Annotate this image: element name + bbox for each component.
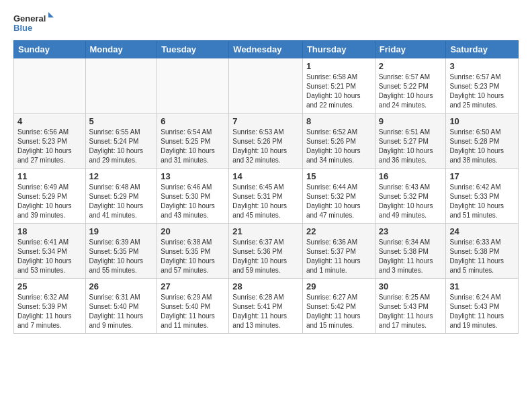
day-number: 30 (379, 281, 443, 291)
calendar-cell: 21Sunrise: 6:37 AM Sunset: 5:36 PM Dayli… (229, 224, 303, 279)
calendar-cell: 5Sunrise: 6:55 AM Sunset: 5:24 PM Daylig… (85, 113, 157, 169)
day-info: Sunrise: 6:58 AM Sunset: 5:21 PM Dayligh… (306, 73, 371, 110)
day-number: 24 (449, 226, 515, 236)
calendar-cell: 23Sunrise: 6:34 AM Sunset: 5:38 PM Dayli… (375, 224, 446, 279)
calendar-cell: 24Sunrise: 6:33 AM Sunset: 5:38 PM Dayli… (446, 224, 519, 279)
day-info: Sunrise: 6:45 AM Sunset: 5:31 PM Dayligh… (232, 183, 299, 220)
day-info: Sunrise: 6:27 AM Sunset: 5:42 PM Dayligh… (306, 293, 371, 330)
day-number: 25 (17, 281, 82, 291)
day-number: 15 (306, 171, 371, 181)
calendar-cell (157, 58, 229, 113)
calendar-cell: 16Sunrise: 6:43 AM Sunset: 5:32 PM Dayli… (375, 169, 446, 224)
weekday-header-sunday: Sunday (14, 41, 86, 58)
calendar-cell: 7Sunrise: 6:53 AM Sunset: 5:26 PM Daylig… (229, 113, 303, 169)
day-info: Sunrise: 6:44 AM Sunset: 5:32 PM Dayligh… (306, 183, 371, 220)
day-info: Sunrise: 6:48 AM Sunset: 5:29 PM Dayligh… (89, 183, 154, 220)
calendar-cell: 28Sunrise: 6:28 AM Sunset: 5:41 PM Dayli… (229, 279, 303, 334)
calendar-cell: 1Sunrise: 6:58 AM Sunset: 5:21 PM Daylig… (302, 58, 375, 113)
weekday-header-thursday: Thursday (302, 41, 375, 58)
week-row-2: 4Sunrise: 6:56 AM Sunset: 5:23 PM Daylig… (14, 113, 519, 169)
day-info: Sunrise: 6:33 AM Sunset: 5:38 PM Dayligh… (449, 238, 515, 275)
day-number: 3 (449, 61, 515, 71)
day-number: 4 (17, 116, 82, 126)
day-number: 9 (379, 116, 443, 126)
calendar-cell: 6Sunrise: 6:54 AM Sunset: 5:25 PM Daylig… (157, 113, 229, 169)
header: General Blue (13, 11, 519, 35)
day-number: 1 (306, 61, 371, 71)
svg-text:Blue: Blue (13, 23, 32, 33)
day-info: Sunrise: 6:36 AM Sunset: 5:37 PM Dayligh… (306, 238, 371, 275)
calendar-cell: 29Sunrise: 6:27 AM Sunset: 5:42 PM Dayli… (302, 279, 375, 334)
day-number: 28 (232, 281, 299, 291)
day-info: Sunrise: 6:38 AM Sunset: 5:35 PM Dayligh… (161, 238, 225, 275)
weekday-header-saturday: Saturday (446, 41, 519, 58)
calendar-cell: 15Sunrise: 6:44 AM Sunset: 5:32 PM Dayli… (302, 169, 375, 224)
day-info: Sunrise: 6:25 AM Sunset: 5:43 PM Dayligh… (379, 293, 443, 330)
calendar-cell: 11Sunrise: 6:49 AM Sunset: 5:29 PM Dayli… (14, 169, 86, 224)
day-info: Sunrise: 6:51 AM Sunset: 5:27 PM Dayligh… (379, 128, 443, 165)
week-row-4: 18Sunrise: 6:41 AM Sunset: 5:34 PM Dayli… (14, 224, 519, 279)
calendar-cell (85, 58, 157, 113)
week-row-1: 1Sunrise: 6:58 AM Sunset: 5:21 PM Daylig… (14, 58, 519, 113)
calendar-cell: 9Sunrise: 6:51 AM Sunset: 5:27 PM Daylig… (375, 113, 446, 169)
calendar-cell: 3Sunrise: 6:57 AM Sunset: 5:23 PM Daylig… (446, 58, 519, 113)
day-number: 23 (379, 226, 443, 236)
calendar-cell: 12Sunrise: 6:48 AM Sunset: 5:29 PM Dayli… (85, 169, 157, 224)
day-number: 16 (379, 171, 443, 181)
weekday-header-monday: Monday (85, 41, 157, 58)
calendar-cell: 30Sunrise: 6:25 AM Sunset: 5:43 PM Dayli… (375, 279, 446, 334)
day-info: Sunrise: 6:32 AM Sunset: 5:39 PM Dayligh… (17, 293, 82, 330)
calendar-cell: 17Sunrise: 6:42 AM Sunset: 5:33 PM Dayli… (446, 169, 519, 224)
day-info: Sunrise: 6:52 AM Sunset: 5:26 PM Dayligh… (306, 128, 371, 165)
calendar-cell: 13Sunrise: 6:46 AM Sunset: 5:30 PM Dayli… (157, 169, 229, 224)
day-info: Sunrise: 6:46 AM Sunset: 5:30 PM Dayligh… (161, 183, 225, 220)
svg-text:General: General (13, 13, 46, 24)
day-number: 12 (89, 171, 154, 181)
day-info: Sunrise: 6:57 AM Sunset: 5:23 PM Dayligh… (449, 73, 515, 110)
calendar-cell: 2Sunrise: 6:57 AM Sunset: 5:22 PM Daylig… (375, 58, 446, 113)
day-info: Sunrise: 6:54 AM Sunset: 5:25 PM Dayligh… (161, 128, 225, 165)
day-number: 18 (17, 226, 82, 236)
day-info: Sunrise: 6:29 AM Sunset: 5:40 PM Dayligh… (161, 293, 225, 330)
day-info: Sunrise: 6:39 AM Sunset: 5:35 PM Dayligh… (89, 238, 154, 275)
day-info: Sunrise: 6:24 AM Sunset: 5:43 PM Dayligh… (449, 293, 515, 330)
logo: General Blue (13, 11, 54, 35)
calendar-cell (14, 58, 86, 113)
day-info: Sunrise: 6:55 AM Sunset: 5:24 PM Dayligh… (89, 128, 154, 165)
day-number: 11 (17, 171, 82, 181)
day-number: 26 (89, 281, 154, 291)
svg-marker-1 (48, 12, 54, 17)
calendar-cell (229, 58, 303, 113)
weekday-header-row: SundayMondayTuesdayWednesdayThursdayFrid… (14, 41, 519, 58)
day-number: 10 (449, 116, 515, 126)
calendar-table: SundayMondayTuesdayWednesdayThursdayFrid… (13, 40, 519, 334)
day-number: 7 (232, 116, 299, 126)
day-number: 31 (449, 281, 515, 291)
logo-svg: General Blue (13, 11, 54, 35)
day-info: Sunrise: 6:53 AM Sunset: 5:26 PM Dayligh… (232, 128, 299, 165)
day-number: 27 (161, 281, 225, 291)
calendar-cell: 10Sunrise: 6:50 AM Sunset: 5:28 PM Dayli… (446, 113, 519, 169)
calendar-cell: 14Sunrise: 6:45 AM Sunset: 5:31 PM Dayli… (229, 169, 303, 224)
calendar-cell: 20Sunrise: 6:38 AM Sunset: 5:35 PM Dayli… (157, 224, 229, 279)
day-info: Sunrise: 6:49 AM Sunset: 5:29 PM Dayligh… (17, 183, 82, 220)
day-number: 17 (449, 171, 515, 181)
day-info: Sunrise: 6:56 AM Sunset: 5:23 PM Dayligh… (17, 128, 82, 165)
day-number: 22 (306, 226, 371, 236)
day-number: 6 (161, 116, 225, 126)
day-info: Sunrise: 6:43 AM Sunset: 5:32 PM Dayligh… (379, 183, 443, 220)
day-number: 19 (89, 226, 154, 236)
day-info: Sunrise: 6:31 AM Sunset: 5:40 PM Dayligh… (89, 293, 154, 330)
day-number: 5 (89, 116, 154, 126)
day-info: Sunrise: 6:57 AM Sunset: 5:22 PM Dayligh… (379, 73, 443, 110)
calendar-cell: 27Sunrise: 6:29 AM Sunset: 5:40 PM Dayli… (157, 279, 229, 334)
day-number: 20 (161, 226, 225, 236)
weekday-header-tuesday: Tuesday (157, 41, 229, 58)
day-number: 2 (379, 61, 443, 71)
weekday-header-wednesday: Wednesday (229, 41, 303, 58)
week-row-5: 25Sunrise: 6:32 AM Sunset: 5:39 PM Dayli… (14, 279, 519, 334)
calendar-cell: 22Sunrise: 6:36 AM Sunset: 5:37 PM Dayli… (302, 224, 375, 279)
day-info: Sunrise: 6:50 AM Sunset: 5:28 PM Dayligh… (449, 128, 515, 165)
calendar-cell: 18Sunrise: 6:41 AM Sunset: 5:34 PM Dayli… (14, 224, 86, 279)
day-info: Sunrise: 6:28 AM Sunset: 5:41 PM Dayligh… (232, 293, 299, 330)
